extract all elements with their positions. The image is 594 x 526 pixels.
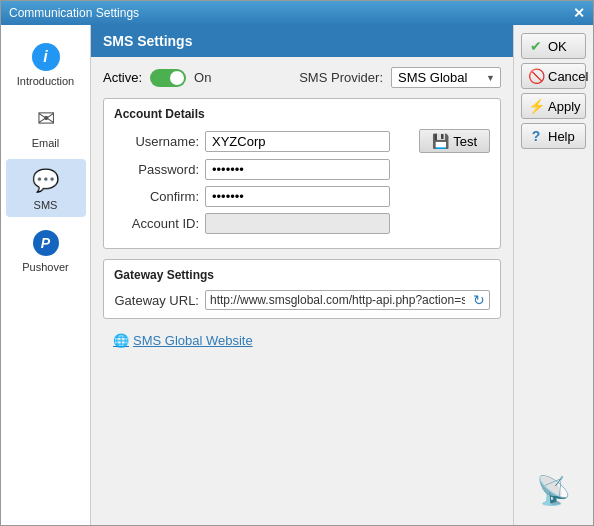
main-content: SMS Settings Active: On SMS Provider: SM…: [91, 25, 513, 525]
apply-label: Apply: [548, 99, 581, 114]
active-label: Active:: [103, 70, 142, 85]
account-id-input[interactable]: [205, 213, 390, 234]
ok-button[interactable]: ✔ OK: [521, 33, 586, 59]
account-details-title: Account Details: [114, 107, 490, 121]
sidebar-label-introduction: Introduction: [17, 75, 74, 87]
sidebar-label-email: Email: [32, 137, 60, 149]
apply-button[interactable]: ⚡ Apply: [521, 93, 586, 119]
wifi-icon-area: 📡: [536, 474, 571, 507]
username-row: Username: 💾 Test: [114, 129, 490, 153]
website-link[interactable]: 🌐 SMS Global Website: [113, 333, 501, 348]
ok-label: OK: [548, 39, 567, 54]
sms-header: SMS Settings: [91, 25, 513, 57]
content-area: Active: On SMS Provider: SMS Global Twil…: [91, 57, 513, 525]
cancel-label: Cancel: [548, 69, 588, 84]
pushover-icon: P: [30, 227, 62, 259]
gateway-settings-title: Gateway Settings: [114, 268, 490, 282]
close-button[interactable]: ✕: [573, 6, 585, 20]
active-state-label: On: [194, 70, 211, 85]
active-group: Active: On: [103, 69, 211, 87]
test-button[interactable]: 💾 Test: [419, 129, 490, 153]
account-details-section: Account Details Username: 💾 Test Passwor…: [103, 98, 501, 249]
sidebar-label-pushover: Pushover: [22, 261, 68, 273]
gateway-settings-section: Gateway Settings Gateway URL: ↻: [103, 259, 501, 319]
info-icon: i: [30, 41, 62, 73]
sidebar-item-email[interactable]: ✉ Email: [6, 97, 86, 155]
confirm-label: Confirm:: [114, 189, 199, 204]
gateway-url-input[interactable]: [206, 291, 469, 309]
window-title: Communication Settings: [9, 6, 139, 20]
provider-label: SMS Provider:: [299, 70, 383, 85]
gateway-input-wrap: ↻: [205, 290, 490, 310]
wifi-icon: 📡: [536, 474, 571, 507]
provider-group: SMS Provider: SMS Global Twilio Nexmo: [299, 67, 501, 88]
active-toggle[interactable]: [150, 69, 186, 87]
sidebar-item-pushover[interactable]: P Pushover: [6, 221, 86, 279]
help-label: Help: [548, 129, 575, 144]
sidebar-item-sms[interactable]: 💬 SMS: [6, 159, 86, 217]
title-bar: Communication Settings ✕: [1, 1, 593, 25]
email-icon: ✉: [30, 103, 62, 135]
account-id-label: Account ID:: [114, 216, 199, 231]
active-row: Active: On SMS Provider: SMS Global Twil…: [103, 67, 501, 88]
sidebar-item-introduction[interactable]: i Introduction: [6, 35, 86, 93]
username-label: Username:: [114, 134, 199, 149]
refresh-icon[interactable]: ↻: [469, 292, 489, 308]
main-window: Communication Settings ✕ i Introduction …: [0, 0, 594, 526]
gateway-row: Gateway URL: ↻: [114, 290, 490, 310]
password-label: Password:: [114, 162, 199, 177]
sms-icon: 💬: [30, 165, 62, 197]
confirm-input[interactable]: [205, 186, 390, 207]
website-link-label: SMS Global Website: [133, 333, 253, 348]
window-body: i Introduction ✉ Email 💬 SMS P P: [1, 25, 593, 525]
cancel-button[interactable]: 🚫 Cancel: [521, 63, 586, 89]
username-input[interactable]: [205, 131, 390, 152]
gateway-label: Gateway URL:: [114, 293, 199, 308]
cancel-icon: 🚫: [528, 68, 544, 84]
sidebar: i Introduction ✉ Email 💬 SMS P P: [1, 25, 91, 525]
help-icon: ?: [528, 128, 544, 144]
test-button-label: Test: [453, 134, 477, 149]
disk-icon: 💾: [432, 133, 449, 149]
provider-select-wrapper: SMS Global Twilio Nexmo: [391, 67, 501, 88]
sidebar-label-sms: SMS: [34, 199, 58, 211]
password-input[interactable]: [205, 159, 390, 180]
confirm-row: Confirm:: [114, 186, 490, 207]
right-panel: ✔ OK 🚫 Cancel ⚡ Apply ? Help 📡: [513, 25, 593, 525]
ok-icon: ✔: [528, 38, 544, 54]
help-button[interactable]: ? Help: [521, 123, 586, 149]
globe-icon: 🌐: [113, 333, 129, 348]
provider-select[interactable]: SMS Global Twilio Nexmo: [391, 67, 501, 88]
account-id-row: Account ID:: [114, 213, 490, 234]
apply-icon: ⚡: [528, 98, 544, 114]
password-row: Password:: [114, 159, 490, 180]
